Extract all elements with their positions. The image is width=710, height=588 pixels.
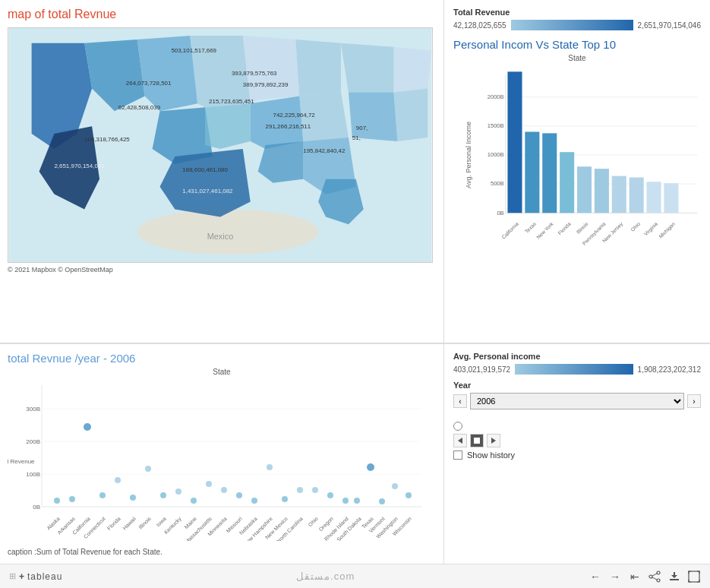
dot-washington[interactable] xyxy=(392,483,398,489)
dot-ohio[interactable] xyxy=(312,487,318,493)
dot-illinois[interactable] xyxy=(145,466,151,472)
dot-rhodeisland[interactable] xyxy=(342,498,349,504)
dot-maine[interactable] xyxy=(191,498,197,504)
avg-max: 1,908,223,202,312 xyxy=(638,365,701,374)
avg-bar-row: 403,021,919,572 1,908,223,202,312 xyxy=(453,364,701,375)
map-svg: Mexico xyxy=(8,28,432,262)
svg-text:Florida: Florida xyxy=(106,516,121,531)
dot-northcarolina[interactable] xyxy=(297,487,303,493)
dot-massachusetts[interactable] xyxy=(206,481,212,487)
fullscreen-button[interactable] xyxy=(687,570,701,583)
year-prev-button[interactable]: ‹ xyxy=(453,394,467,408)
svg-marker-9 xyxy=(295,40,341,96)
year-section: Year ‹ 2006 2007 2008 2009 2010 › xyxy=(453,381,701,409)
svg-text:Ohio: Ohio xyxy=(308,516,319,527)
share-button[interactable] xyxy=(648,570,661,583)
dot-newmexico[interactable] xyxy=(282,496,288,502)
map-title: map of total Revnue xyxy=(8,8,436,21)
revenue-bar-row: 42,128,025,655 2,651,970,154,046 xyxy=(453,20,701,30)
nav-start-button[interactable]: ⇤ xyxy=(628,570,642,583)
dot-hawaii[interactable] xyxy=(130,495,136,501)
year-dropdown[interactable]: 2006 2007 2008 2009 2010 xyxy=(470,393,684,409)
svg-marker-95 xyxy=(458,438,462,444)
playback-section: Show history xyxy=(453,419,701,460)
download-button[interactable] xyxy=(667,570,681,583)
dot-connecticut[interactable] xyxy=(99,492,106,498)
svg-text:0B: 0B xyxy=(497,210,503,217)
svg-rect-96 xyxy=(474,438,480,444)
bar-pennsylvania[interactable] xyxy=(595,169,609,213)
svg-text:Total Revenue: Total Revenue xyxy=(8,458,35,465)
year-next-button[interactable]: › xyxy=(687,394,701,408)
dot-missouri[interactable] xyxy=(236,492,242,498)
dot-newhampshire[interactable] xyxy=(267,464,273,470)
dot-vermont[interactable] xyxy=(379,498,385,504)
svg-text:393,879,575,763: 393,879,575,763 xyxy=(232,70,277,77)
svg-text:907,: 907, xyxy=(356,125,368,131)
svg-text:0B: 0B xyxy=(33,504,40,511)
show-history-checkbox[interactable] xyxy=(453,450,462,460)
scatter-title: total Revnue /year - 2006 xyxy=(8,352,436,365)
playback-row xyxy=(453,422,701,431)
scatter-state-label: State xyxy=(8,368,436,376)
bottom-right: Avg. Personal income 403,021,919,572 1,9… xyxy=(444,344,710,564)
tableau-grid-icon: ⊞ xyxy=(9,571,16,581)
avg-income-section: Avg. Personal income 403,021,919,572 1,9… xyxy=(453,352,701,375)
svg-text:215,723,635,451: 215,723,635,451 xyxy=(209,98,254,105)
dot-texas[interactable] xyxy=(367,463,374,471)
footer-right: ← → ⇤ xyxy=(589,570,701,583)
nav-forward-button[interactable]: → xyxy=(608,570,622,583)
dot-kentucky[interactable] xyxy=(175,488,181,495)
playback-stop-button[interactable] xyxy=(470,434,484,447)
svg-text:62,428,508,039: 62,428,508,039 xyxy=(118,104,161,111)
show-history-label: Show history xyxy=(467,450,515,460)
svg-text:503,101,517,669: 503,101,517,669 xyxy=(171,47,216,54)
bar-michigan[interactable] xyxy=(664,183,678,213)
dot-california[interactable] xyxy=(84,423,91,431)
dot-nebraska[interactable] xyxy=(251,498,257,504)
main-container: map of total Revnue Mexico xyxy=(0,0,710,588)
bar-virginia[interactable] xyxy=(647,182,661,213)
playback-buttons-row xyxy=(453,434,701,447)
bar-chart-section: Personal Incom Vs State Top 10 State Avg… xyxy=(453,38,701,335)
svg-text:Maine: Maine xyxy=(184,516,198,530)
map-panel: map of total Revnue Mexico xyxy=(0,0,444,343)
dot-oregon[interactable] xyxy=(327,492,333,498)
revenue-max: 2,651,970,154,046 xyxy=(638,21,701,30)
svg-text:2000B: 2000B xyxy=(488,93,504,100)
bar-florida[interactable] xyxy=(560,152,574,213)
bar-newyork[interactable] xyxy=(542,133,557,213)
dot-wisconsin[interactable] xyxy=(405,492,412,498)
svg-text:North Carolina: North Carolina xyxy=(276,516,304,541)
dot-alaska[interactable] xyxy=(54,498,60,504)
playback-forward-button[interactable] xyxy=(487,434,500,447)
svg-rect-106 xyxy=(689,571,699,582)
dot-minnesota[interactable] xyxy=(221,487,227,493)
bar-texas[interactable] xyxy=(525,131,539,213)
bar-illinois[interactable] xyxy=(577,166,592,213)
bar-chart-y-label: Avg. Personal Income xyxy=(465,122,472,188)
svg-text:2,651,970,154,046: 2,651,970,154,046 xyxy=(54,163,105,169)
tableau-plus-icon: + xyxy=(19,571,24,582)
dot-florida[interactable] xyxy=(115,477,121,483)
nav-back-button[interactable]: ← xyxy=(589,570,602,583)
svg-point-99 xyxy=(657,579,660,582)
dot-iowa[interactable] xyxy=(160,492,166,498)
show-history-row: Show history xyxy=(453,450,701,460)
svg-text:Texas: Texas xyxy=(524,220,538,234)
bar-california[interactable] xyxy=(507,71,522,213)
dot-southdakota[interactable] xyxy=(354,498,360,504)
bar-ohio[interactable] xyxy=(630,178,644,213)
svg-text:389,979,892,239: 389,979,892,239 xyxy=(243,81,289,88)
dot-arkansas[interactable] xyxy=(69,496,75,502)
svg-marker-19 xyxy=(394,88,428,141)
svg-marker-97 xyxy=(491,438,496,444)
bar-chart-state-label: State xyxy=(453,54,701,62)
svg-text:200B: 200B xyxy=(26,438,40,445)
svg-text:104,318,766,425: 104,318,766,425 xyxy=(84,136,130,143)
svg-marker-21 xyxy=(205,103,251,149)
bar-newjersey[interactable] xyxy=(612,176,626,213)
playback-back-button[interactable] xyxy=(453,434,467,447)
footer-center: مستقل.com xyxy=(296,571,355,582)
svg-marker-15 xyxy=(341,43,394,93)
